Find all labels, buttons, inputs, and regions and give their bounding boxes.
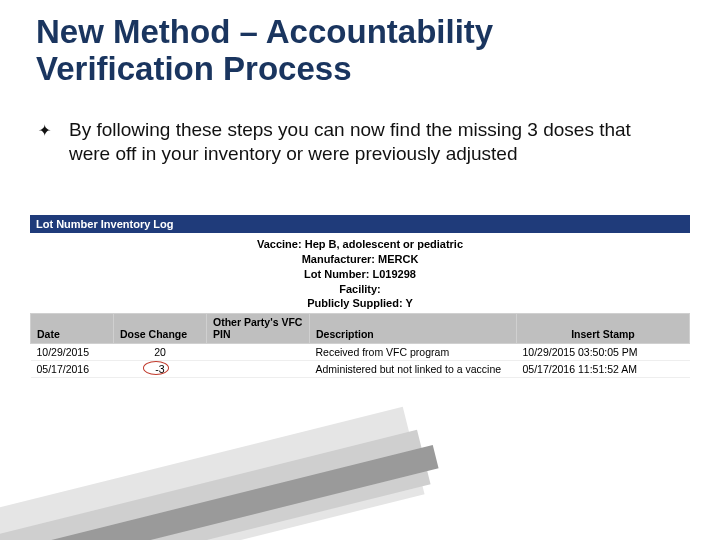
cell-date: 05/17/2016 [31, 361, 114, 378]
meta-public: Publicly Supplied: Y [30, 296, 690, 311]
slide: New Method – Accountability Verification… [0, 0, 720, 540]
cell-dose: -3 [114, 361, 207, 378]
bullet-icon: ✦ [38, 119, 51, 143]
meta-vaccine-value: Hep B, adolescent or pediatric [305, 238, 463, 250]
col-pin: Other Party's VFC PIN [207, 314, 310, 344]
col-desc: Description [310, 314, 517, 344]
meta-public-label: Publicly Supplied: [307, 297, 402, 309]
meta-facility: Facility: [30, 282, 690, 297]
bullet-text: By following these steps you can now fin… [69, 118, 660, 166]
cell-stamp: 10/29/2015 03:50:05 PM [517, 344, 690, 361]
panel-title-bar: Lot Number Inventory Log [30, 215, 690, 233]
stripe-mid [0, 430, 431, 540]
cell-desc: Received from VFC program [310, 344, 517, 361]
meta-public-value: Y [405, 297, 412, 309]
stripe-dark [0, 445, 439, 540]
col-date: Date [31, 314, 114, 344]
inventory-log-screenshot: Lot Number Inventory Log Vaccine: Hep B,… [30, 215, 690, 378]
meta-lot: Lot Number: L019298 [30, 267, 690, 282]
table-header-row: Date Dose Change Other Party's VFC PIN D… [31, 314, 690, 344]
meta-vaccine: Vaccine: Hep B, adolescent or pediatric [30, 237, 690, 252]
col-dose: Dose Change [114, 314, 207, 344]
cell-date: 10/29/2015 [31, 344, 114, 361]
page-title: New Method – Accountability Verification… [36, 14, 680, 88]
panel-meta: Vaccine: Hep B, adolescent or pediatric … [30, 233, 690, 313]
body-text: ✦ By following these steps you can now f… [38, 118, 660, 166]
meta-facility-label: Facility: [339, 283, 381, 295]
inventory-table: Date Dose Change Other Party's VFC PIN D… [30, 313, 690, 378]
cell-pin [207, 344, 310, 361]
decorative-stripes [0, 360, 440, 540]
meta-manufacturer-label: Manufacturer: [302, 253, 375, 265]
meta-vaccine-label: Vaccine: [257, 238, 302, 250]
stripe-light [0, 407, 425, 540]
bullet-item: ✦ By following these steps you can now f… [38, 118, 660, 166]
cell-pin [207, 361, 310, 378]
meta-manufacturer: Manufacturer: MERCK [30, 252, 690, 267]
highlight-circle-icon [143, 361, 169, 375]
cell-dose: 20 [114, 344, 207, 361]
meta-manufacturer-value: MERCK [378, 253, 418, 265]
meta-lot-value: L019298 [373, 268, 416, 280]
cell-stamp: 05/17/2016 11:51:52 AM [517, 361, 690, 378]
table-row: 10/29/201520Received from VFC program10/… [31, 344, 690, 361]
col-stamp: Insert Stamp [517, 314, 690, 344]
meta-lot-label: Lot Number: [304, 268, 369, 280]
cell-desc: Administered but not linked to a vaccine [310, 361, 517, 378]
table-row: 05/17/2016-3Administered but not linked … [31, 361, 690, 378]
